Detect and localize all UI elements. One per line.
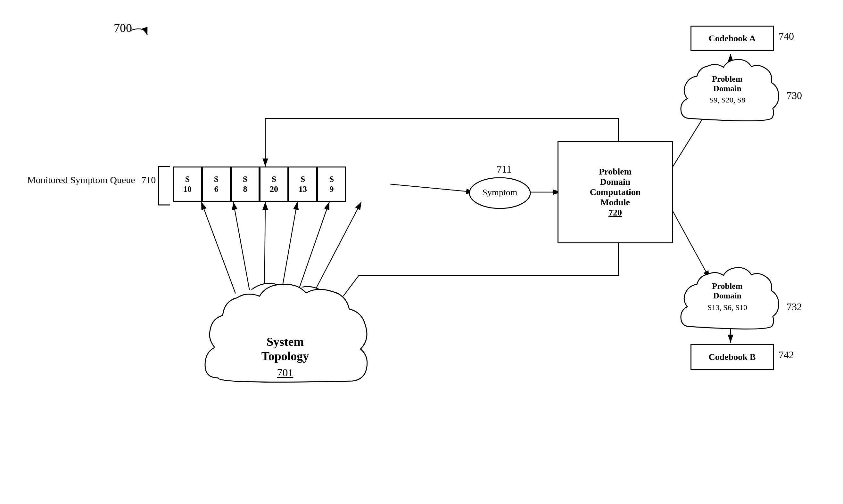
svg-line-8 xyxy=(390,184,474,192)
svg-text:Symptom: Symptom xyxy=(482,187,517,197)
symptom-queue: S10 S6 S8 S20 S13 S9 xyxy=(173,166,346,202)
codebook-a-box: Codebook A xyxy=(690,25,774,51)
svg-text:Domain: Domain xyxy=(713,84,742,93)
queue-label: Monitored Symptom Queue 710 xyxy=(27,175,156,185)
cell-label: S10 xyxy=(183,174,192,194)
cell-label: S13 xyxy=(299,174,307,194)
cell-label: S8 xyxy=(243,174,247,194)
symptom-oval-svg: Symptom xyxy=(468,176,532,211)
queue-bracket xyxy=(154,163,173,208)
problem-domain-a-cloud: Problem Domain S9, S20, S8 xyxy=(673,54,782,134)
svg-text:Problem: Problem xyxy=(712,282,743,291)
diagram: 700 Monitored Symptom Queue 710 S10 S6 S… xyxy=(0,0,843,504)
queue-cell-s9: S9 xyxy=(317,166,346,202)
ref-740: 740 xyxy=(778,31,794,42)
svg-text:Domain: Domain xyxy=(713,291,742,300)
problem-domain-b-cloud: Problem Domain S13, S6, S10 xyxy=(673,263,782,343)
queue-cell-s20: S20 xyxy=(260,166,288,202)
svg-text:S13, S6, S10: S13, S6, S10 xyxy=(707,303,747,311)
cell-label: S20 xyxy=(270,174,278,194)
computation-module-label: Problem Domain Computation Module 720 xyxy=(590,166,641,218)
svg-text:System: System xyxy=(267,335,304,348)
ref-742: 742 xyxy=(778,349,794,361)
cell-label: S6 xyxy=(214,174,218,194)
ref-732: 732 xyxy=(787,301,802,313)
codebook-a-label: Codebook A xyxy=(708,33,756,43)
svg-text:701: 701 xyxy=(277,367,294,378)
ref-730: 730 xyxy=(787,90,802,102)
computation-module-box: Problem Domain Computation Module 720 xyxy=(558,141,673,244)
ref-711: 711 xyxy=(497,163,512,175)
queue-cell-s6: S6 xyxy=(202,166,231,202)
system-topology-cloud: System Topology 701 xyxy=(186,266,385,403)
queue-cell-s8: S8 xyxy=(231,166,260,202)
figure-label: 700 xyxy=(114,21,132,35)
svg-text:Topology: Topology xyxy=(261,349,309,363)
queue-cell-s13: S13 xyxy=(288,166,317,202)
svg-text:Problem: Problem xyxy=(712,74,743,84)
codebook-b-box: Codebook B xyxy=(690,344,774,370)
svg-text:S9, S20, S8: S9, S20, S8 xyxy=(709,96,745,104)
queue-cell-s10: S10 xyxy=(173,166,202,202)
codebook-b-label: Codebook B xyxy=(708,352,756,362)
cell-label: S9 xyxy=(329,174,334,194)
